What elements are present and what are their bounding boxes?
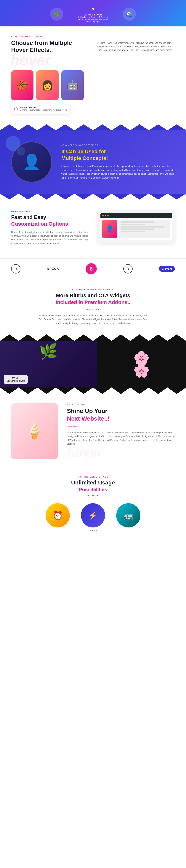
steady-icon: ⚡ [88, 511, 98, 520]
wp-dot-yellow [105, 215, 106, 216]
blue-description: iHover is one of the most used Elementor… [61, 164, 175, 180]
unlimited-title: Unlimited Usage [11, 479, 175, 486]
woman-face-icon: 👩 [36, 70, 59, 100]
icecream-wave: 〰〰〰 [67, 425, 175, 429]
black-left: 🌿 White Lilies/Pink Flowers [0, 341, 97, 388]
preview-row-5 [120, 231, 145, 232]
hover-left: HOVER ELEMENTOR WIDGET Choose from Multi… [11, 36, 89, 114]
hover-right: By using Hover Elementor Widget, you wil… [97, 36, 175, 114]
blurbs-section: POWERFUL ELEMENTOR WIDGETS More Blurbs a… [0, 279, 186, 334]
kk-logo: 《 [11, 264, 21, 274]
custom-section: MAKE IT A LIVE.. Fast and Easy Customiza… [0, 201, 186, 258]
custom-right: 👤 [98, 210, 175, 243]
preview-row-1 [120, 221, 154, 223]
multiple-effects-box: ⬡ Multiple Effects Elementor Hover widge… [11, 104, 70, 114]
banner-title: Various Effects [78, 13, 108, 16]
effects-title: Multiple Effects [20, 106, 68, 109]
blue-subtitle: ADVANCED WIDGET SETTINGS [61, 144, 175, 146]
icecream-section: 🍦 MAKE IT GLOW Shine Up Your Next Websit… [0, 394, 186, 468]
widget-preview: 👤 [98, 210, 175, 243]
clock-icon-circle: ⏰ [45, 503, 70, 527]
custom-description: Hover Elementor widget gives you all lot… [11, 230, 88, 246]
basketball-player-icon: 🏀 [11, 70, 34, 100]
steady-label: Steady [89, 529, 97, 532]
blue-section: 👤 ADVANCED WIDGET SETTINGS It Can be Use… [0, 130, 186, 194]
hover-img-cyber[interactable]: 🤖 [61, 70, 84, 100]
blurbs-wave: 〰〰〰 [11, 308, 175, 312]
blurbs-title: More Blurbs and CTA Widgets Included in … [11, 292, 175, 306]
clement-logo: Clément [159, 266, 175, 272]
preview-panel [119, 220, 170, 238]
blue-title: It Can be Used for Multiple Concepts! [61, 148, 175, 162]
effects-text: Multiple Effects Elementor Hover widget … [20, 106, 68, 111]
bus-icon-circle: 🚌 [116, 503, 141, 527]
custom-left: MAKE IT A LIVE.. Fast and Easy Customiza… [11, 210, 88, 249]
icons-row: ⏰ ⚡ Steady 🚌 [11, 503, 175, 532]
preview-row-2 [120, 224, 145, 225]
icon-item-bus: 🚌 [116, 503, 141, 532]
white-label-desc: Lilies/Pink Flowers [6, 380, 25, 382]
eight-logo: 8 [85, 263, 97, 274]
banner-description: It Has Lots of Creative Effects to Grab … [78, 16, 108, 23]
logo-d: D [123, 264, 133, 274]
preview-row-4 [120, 228, 154, 230]
preview-row-3 [120, 226, 164, 227]
icecream-tag: MAKE IT GLOW [67, 404, 175, 406]
bus-icon: 🚌 [123, 510, 134, 520]
icon-item-clock: ⏰ [45, 503, 70, 532]
blue-wave-bottom [0, 194, 186, 201]
cyber-face-icon: 🤖 [61, 70, 84, 100]
logo-clement: Clément [159, 264, 175, 274]
blue-content: ADVANCED WIDGET SETTINGS It Can be Used … [61, 144, 175, 180]
custom-tag: MAKE IT A LIVE.. [11, 210, 88, 212]
wp-preview-area: 👤 [101, 218, 172, 240]
blue-wave-top [0, 123, 186, 130]
hover-img-basketball[interactable]: 🏀 [11, 70, 34, 100]
hover-images: 🏀 👩 🤖 [11, 70, 89, 100]
leaf-icon: 🌿 [50, 8, 63, 21]
blue-circle-small [17, 147, 25, 155]
dark-zigzag-bottom [0, 388, 186, 394]
flower-bottom: 🌸 [134, 363, 150, 378]
hover-description: By using Hover Elementor Widget, you wil… [97, 41, 175, 52]
hover-title: Choose from Multiple Hover Effects.. [11, 39, 89, 54]
blue-portrait-area: 👤 [11, 142, 52, 183]
white-label: White Lilies/Pink Flowers [4, 375, 28, 384]
blue-section-wrapper: 👤 ADVANCED WIDGET SETTINGS It Can be Use… [0, 123, 186, 201]
logos-section: 《 NAZCA 8 D Clément [0, 258, 186, 279]
effects-icon: ⬡ [14, 106, 18, 111]
preview-portrait: 👤 [102, 220, 117, 238]
banner-icon-right: 🌊 [123, 8, 136, 21]
icon-item-steady: ⚡ Steady [81, 503, 105, 532]
banner-icon-left: 🌿 [50, 8, 63, 21]
custom-title: Fast and Easy Customization Options [11, 214, 88, 227]
wp-bar [101, 213, 172, 218]
steady-icon-circle: ⚡ [81, 503, 105, 527]
logo-nazca: NAZCA [47, 264, 59, 274]
wave-icon: 🌊 [123, 8, 136, 21]
plant-icon: 🌿 [0, 343, 97, 360]
white-label-title: White [6, 377, 25, 380]
alarm-clock-icon: ⏰ [52, 510, 63, 520]
logo-eight: 8 [85, 264, 97, 274]
blurbs-tag: POWERFUL ELEMENTOR WIDGETS [11, 288, 175, 291]
wp-dot-green [107, 215, 109, 216]
hover-section: HOVER ELEMENTOR WIDGET Choose from Multi… [0, 26, 186, 123]
black-section: 🌿 White Lilies/Pink Flowers 🌸 🌸 [0, 341, 186, 388]
icecream-content: MAKE IT GLOW Shine Up Your Next Website.… [67, 404, 175, 459]
hover-img-woman[interactable]: 👩 [36, 70, 59, 100]
effects-desc: Elementor Hover widget includes many int… [20, 109, 68, 111]
icecream-bg-text: hover [67, 446, 175, 459]
nazca-label: NAZCA [47, 267, 59, 271]
d-logo: D [123, 264, 133, 274]
unlimited-tag: NOTHING CAN STOP YOU [11, 476, 175, 478]
black-right: 🌸 🌸 [97, 341, 186, 388]
unlimited-section: NOTHING CAN STOP YOU Unlimited Usage Pos… [0, 468, 186, 539]
icecream-description: With Elementor Hover widget you can crea… [67, 431, 175, 446]
banner-section: 🌿 ✦ Various Effects It Has Lots of Creat… [0, 0, 186, 26]
wp-dot-red [102, 215, 104, 216]
dark-zigzag-top [0, 334, 186, 341]
logo-kk: 《 [11, 264, 21, 274]
unlimited-wave: 〰〰〰 [11, 493, 175, 498]
dark-section-wrapper: 🌿 White Lilies/Pink Flowers 🌸 🌸 [0, 334, 186, 394]
